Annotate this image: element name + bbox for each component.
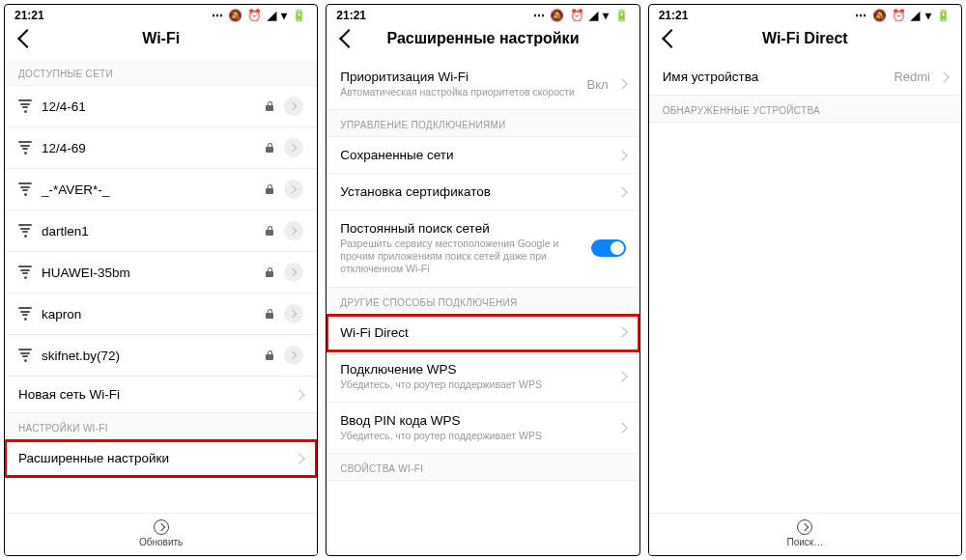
always-scan-row[interactable]: Постоянный поиск сетей Разрешить сервису…	[327, 210, 639, 287]
network-details-button[interactable]	[284, 138, 303, 157]
footer-refresh[interactable]: Обновить	[5, 513, 317, 555]
always-scan-sub: Разрешить сервису местоположения Google …	[340, 238, 581, 275]
lock-icon	[265, 309, 274, 319]
screen-advanced: 21:21 ⋯ 🔕 ⏰ ◢ ▾ 🔋 Расширенные настройки …	[326, 4, 639, 556]
lock-icon	[265, 350, 274, 360]
statusbar: 21:21 ⋯ 🔕 ⏰ ◢ ▾ 🔋	[327, 5, 639, 24]
lock-icon	[265, 267, 274, 277]
saved-networks-row[interactable]: Сохраненные сети	[327, 137, 639, 174]
status-icons: ⋯ 🔕 ⏰ ◢ ▾ 🔋	[855, 9, 952, 22]
chevron-right-icon	[616, 150, 627, 160]
network-details-button[interactable]	[284, 304, 303, 323]
content: Приоритизация Wi-Fi Автоматическая настр…	[327, 59, 639, 555]
chevron-right-icon	[616, 326, 627, 337]
chevron-right-icon	[289, 144, 297, 152]
wifi-icon	[18, 266, 32, 279]
wifi-direct-label: Wi-Fi Direct	[340, 325, 608, 340]
screen-wifi-direct: 21:21 ⋯ 🔕 ⏰ ◢ ▾ 🔋 Wi-Fi Direct Имя устро…	[648, 4, 962, 556]
chevron-right-icon	[289, 310, 297, 318]
section-wifi-settings: НАСТРОЙКИ WI-FI	[5, 413, 317, 440]
screen-wifi: 21:21 ⋯ 🔕 ⏰ ◢ ▾ 🔋 Wi-Fi ДОСТУПНЫЕ СЕТИ 1…	[4, 4, 318, 556]
always-scan-toggle[interactable]	[591, 239, 626, 257]
saved-networks-label: Сохраненные сети	[340, 148, 608, 162]
statusbar: 21:21 ⋯ 🔕 ⏰ ◢ ▾ 🔋	[5, 5, 317, 24]
lock-icon	[265, 184, 274, 194]
network-name: 12/4-61	[42, 99, 255, 114]
wifi-icon	[18, 307, 32, 321]
statusbar: 21:21 ⋯ 🔕 ⏰ ◢ ▾ 🔋	[649, 5, 961, 24]
wifi-network-row[interactable]: dartlen1	[5, 210, 317, 252]
network-details-button[interactable]	[284, 221, 303, 240]
chevron-right-icon	[289, 268, 297, 276]
wifi-network-row[interactable]: kapron	[5, 294, 317, 335]
always-scan-title: Постоянный поиск сетей	[340, 221, 581, 236]
device-name-row[interactable]: Имя устройства Redmi	[649, 59, 961, 96]
lock-icon	[265, 143, 274, 153]
wifi-network-row[interactable]: HUAWEI-35bm	[5, 252, 317, 294]
wps-pin-sub: Убедитесь, что роутер поддерживает WPS	[340, 430, 608, 442]
chevron-right-icon	[289, 227, 297, 235]
new-network-label: Новая сеть Wi-Fi	[18, 387, 286, 402]
wifi-direct-row[interactable]: Wi-Fi Direct	[327, 315, 639, 351]
wifi-priority-row[interactable]: Приоритизация Wi-Fi Автоматическая настр…	[327, 59, 639, 110]
back-icon[interactable]	[662, 29, 681, 48]
wifi-icon	[18, 349, 32, 362]
priority-sub: Автоматическая настройка приоритетов ско…	[340, 86, 577, 98]
priority-value: Вкл	[587, 77, 609, 92]
advanced-settings-label: Расширенные настройки	[18, 451, 286, 465]
content: ДОСТУПНЫЕ СЕТИ 12/4-61 12/4-69 _-*AVER*-…	[5, 59, 317, 513]
wifi-network-row[interactable]: 12/4-61	[5, 86, 317, 127]
back-icon[interactable]	[339, 29, 358, 48]
refresh-icon	[154, 519, 169, 535]
wifi-network-row[interactable]: 12/4-69	[5, 127, 317, 169]
wifi-icon	[18, 182, 32, 196]
device-name-label: Имя устройства	[663, 70, 885, 84]
wifi-icon	[18, 224, 32, 238]
status-icons: ⋯ 🔕 ⏰ ◢ ▾ 🔋	[533, 9, 630, 22]
network-name: skifnet.by(72)	[42, 349, 255, 363]
page-title: Wi-Fi Direct	[649, 30, 961, 47]
lock-icon	[265, 226, 274, 236]
status-icons: ⋯ 🔕 ⏰ ◢ ▾ 🔋	[212, 9, 308, 22]
wifi-network-row[interactable]: _-*AVER*-_	[5, 169, 317, 210]
device-name-value: Redmi	[894, 70, 930, 84]
network-details-button[interactable]	[284, 180, 303, 199]
section-connection-mgmt: УПРАВЛЕНИЕ ПОДКЛЮЧЕНИЯМИ	[327, 110, 639, 137]
chevron-right-icon	[616, 371, 627, 381]
page-title: Расширенные настройки	[327, 30, 639, 47]
network-details-button[interactable]	[284, 263, 303, 282]
chevron-right-icon	[295, 453, 305, 463]
section-available-networks: ДОСТУПНЫЕ СЕТИ	[5, 59, 317, 86]
advanced-settings-row[interactable]: Расширенные настройки	[5, 440, 317, 477]
header: Wi-Fi Direct	[649, 24, 961, 59]
network-details-button[interactable]	[284, 346, 303, 365]
lock-icon	[265, 101, 274, 111]
priority-title: Приоритизация Wi-Fi	[340, 70, 577, 84]
footer-search[interactable]: Поиск…	[649, 513, 961, 555]
status-time: 21:21	[14, 9, 44, 22]
chevron-right-icon	[616, 78, 627, 89]
wps-connect-row[interactable]: Подключение WPS Убедитесь, что роутер по…	[327, 351, 639, 403]
header: Wi-Fi	[5, 24, 317, 59]
page-title: Wi-Fi	[5, 30, 317, 47]
network-details-button[interactable]	[284, 97, 303, 116]
wifi-network-row[interactable]: skifnet.by(72)	[5, 335, 317, 377]
chevron-right-icon	[289, 351, 297, 359]
section-wifi-props: СВОЙСТВА WI-FI	[327, 454, 639, 481]
chevron-right-icon	[938, 71, 949, 82]
install-certs-row[interactable]: Установка сертификатов	[327, 174, 639, 210]
new-network-row[interactable]: Новая сеть Wi-Fi	[5, 377, 317, 413]
network-name: kapron	[42, 307, 255, 322]
back-icon[interactable]	[17, 29, 37, 48]
install-certs-label: Установка сертификатов	[340, 184, 608, 199]
wifi-icon	[18, 141, 32, 154]
status-time: 21:21	[336, 9, 366, 22]
network-name: _-*AVER*-_	[42, 182, 255, 197]
chevron-right-icon	[289, 185, 297, 193]
content: Имя устройства Redmi ОБНАРУЖЕННЫЕ УСТРОЙ…	[649, 59, 961, 513]
section-other-connect: ДРУГИЕ СПОСОБЫ ПОДКЛЮЧЕНИЯ	[327, 288, 639, 315]
wps-pin-row[interactable]: Ввод PIN кода WPS Убедитесь, что роутер …	[327, 403, 639, 454]
section-found-devices: ОБНАРУЖЕННЫЕ УСТРОЙСТВА	[649, 96, 961, 123]
wifi-icon	[18, 99, 32, 113]
footer-label: Поиск…	[786, 537, 823, 547]
